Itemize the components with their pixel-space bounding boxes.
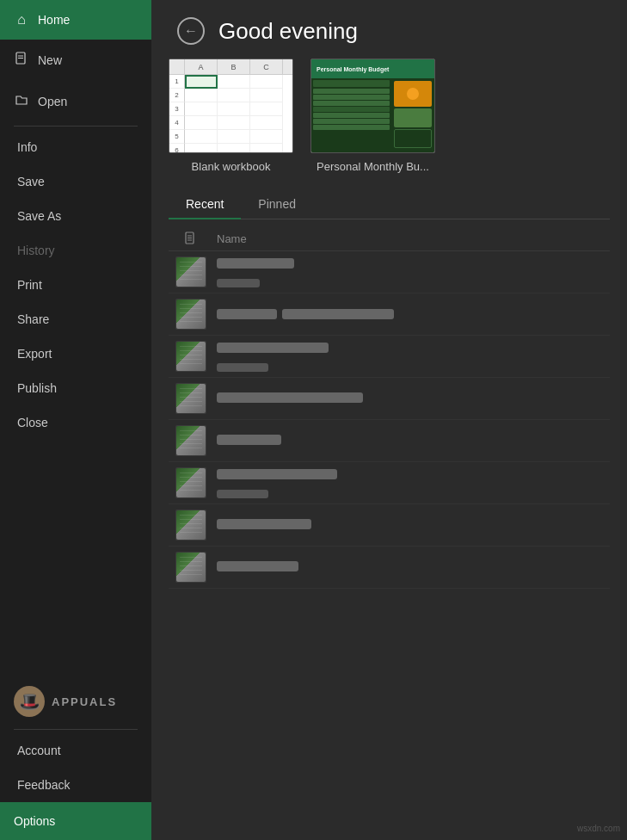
- file-date: [217, 279, 260, 287]
- file-name-text: [217, 561, 298, 571]
- sidebar-item-account[interactable]: Account: [0, 733, 151, 768]
- sidebar-item-feedback[interactable]: Feedback: [0, 768, 151, 802]
- sidebar-home-label: Home: [38, 13, 70, 27]
- file-info: [217, 391, 603, 406]
- sidebar-top: ⌂ Home New Open: [0, 0, 151, 677]
- sidebar-info-label: Info: [17, 140, 37, 154]
- greeting-text: Good evening: [218, 18, 358, 45]
- file-thumbnail: [175, 383, 206, 414]
- table-row[interactable]: [169, 336, 610, 378]
- file-info: [217, 309, 603, 319]
- sidebar-close-label: Close: [17, 416, 48, 429]
- table-row[interactable]: [169, 293, 610, 336]
- sidebar: ⌂ Home New Open: [0, 0, 151, 840]
- name-col-header: Name: [217, 232, 247, 245]
- sidebar-save-label: Save: [17, 175, 45, 188]
- file-thumbnail: [175, 341, 206, 372]
- table-row[interactable]: [169, 251, 610, 293]
- main-content: ← Good evening A B C 1: [151, 0, 627, 840]
- sidebar-save-as-label: Save As: [17, 209, 61, 223]
- file-subtext: [217, 275, 603, 287]
- logo-icon: 🎩: [14, 686, 45, 717]
- file-name-text: [217, 519, 311, 529]
- sidebar-publish-label: Publish: [17, 381, 57, 395]
- file-info: [217, 559, 603, 575]
- file-icon-col-header: [175, 232, 206, 245]
- tab-recent[interactable]: Recent: [169, 190, 241, 219]
- file-path: [282, 309, 394, 319]
- sidebar-divider-2: [14, 729, 138, 730]
- open-folder-icon: [14, 93, 29, 110]
- blank-workbook-thumb: A B C 1 2: [169, 59, 293, 153]
- file-name-text: [217, 309, 277, 319]
- file-thumbnail: [175, 299, 206, 330]
- file-info: [217, 433, 603, 448]
- file-info: [217, 467, 603, 498]
- main-header: ← Good evening: [151, 0, 627, 59]
- file-list: [169, 251, 610, 589]
- sidebar-item-info[interactable]: Info: [0, 130, 151, 164]
- file-list-header: Name: [169, 226, 610, 251]
- sidebar-item-save[interactable]: Save: [0, 164, 151, 199]
- tabs-row: Recent Pinned: [169, 190, 610, 219]
- file-name-text: [217, 392, 363, 403]
- sidebar-account-label: Account: [17, 744, 61, 757]
- sidebar-item-new[interactable]: New: [0, 40, 151, 81]
- template-blank-workbook[interactable]: A B C 1 2: [169, 59, 293, 173]
- table-row[interactable]: [169, 547, 610, 589]
- file-thumbnail: [175, 467, 206, 498]
- sidebar-export-label: Export: [17, 347, 52, 361]
- sidebar-feedback-label: Feedback: [17, 778, 70, 792]
- sidebar-item-open[interactable]: Open: [0, 81, 151, 122]
- file-date: [217, 363, 268, 372]
- file-name-text: [217, 343, 329, 353]
- sidebar-item-close[interactable]: Close: [0, 405, 151, 440]
- sidebar-open-label: Open: [38, 95, 67, 108]
- sidebar-share-label: Share: [17, 312, 49, 326]
- monthly-budget-thumb: Personal Monthly Budget: [310, 59, 435, 153]
- new-file-icon: [14, 52, 29, 69]
- sidebar-item-print[interactable]: Print: [0, 268, 151, 302]
- file-date: [217, 490, 268, 498]
- sidebar-new-label: New: [38, 53, 62, 67]
- file-info: [217, 341, 603, 372]
- recent-section: Recent Pinned Name: [151, 190, 627, 840]
- file-subtext: [217, 360, 603, 372]
- home-icon: ⌂: [14, 12, 29, 28]
- sidebar-item-export[interactable]: Export: [0, 337, 151, 371]
- table-row[interactable]: [169, 378, 610, 420]
- file-thumbnail: [175, 425, 206, 456]
- back-button[interactable]: ←: [177, 17, 205, 45]
- blank-workbook-label: Blank workbook: [192, 160, 271, 173]
- budget-template-label: Personal Monthly Bu...: [317, 160, 429, 173]
- file-subtext: [217, 486, 603, 498]
- sidebar-item-options[interactable]: Options: [0, 802, 151, 840]
- table-row[interactable]: [169, 420, 610, 462]
- sidebar-item-home[interactable]: ⌂ Home: [0, 0, 151, 40]
- sidebar-item-share[interactable]: Share: [0, 302, 151, 337]
- file-thumbnail: [175, 552, 206, 583]
- tab-pinned[interactable]: Pinned: [241, 190, 313, 219]
- file-info: [217, 517, 603, 533]
- sidebar-print-label: Print: [17, 278, 42, 292]
- template-section: A B C 1 2: [151, 59, 627, 190]
- sidebar-history-label: History: [17, 244, 55, 257]
- file-thumbnail: [175, 510, 206, 540]
- file-thumbnail: [175, 256, 206, 287]
- file-name-text: [217, 435, 281, 445]
- template-monthly-budget[interactable]: Personal Monthly Budget: [310, 59, 435, 173]
- sidebar-item-publish[interactable]: Publish: [0, 371, 151, 405]
- file-info: [217, 256, 603, 287]
- file-name-text: [217, 258, 294, 269]
- file-name-text: [217, 469, 337, 479]
- table-row[interactable]: [169, 462, 610, 504]
- file-name-row: [217, 309, 603, 319]
- sidebar-item-save-as[interactable]: Save As: [0, 199, 151, 233]
- sidebar-divider-1: [14, 126, 138, 127]
- app-logo-area: 🎩 APPUALS: [0, 677, 151, 726]
- sidebar-item-history[interactable]: History: [0, 233, 151, 268]
- sidebar-options-label: Options: [14, 814, 55, 828]
- logo-text: APPUALS: [52, 695, 117, 708]
- table-row[interactable]: [169, 504, 610, 547]
- back-icon: ←: [184, 23, 198, 39]
